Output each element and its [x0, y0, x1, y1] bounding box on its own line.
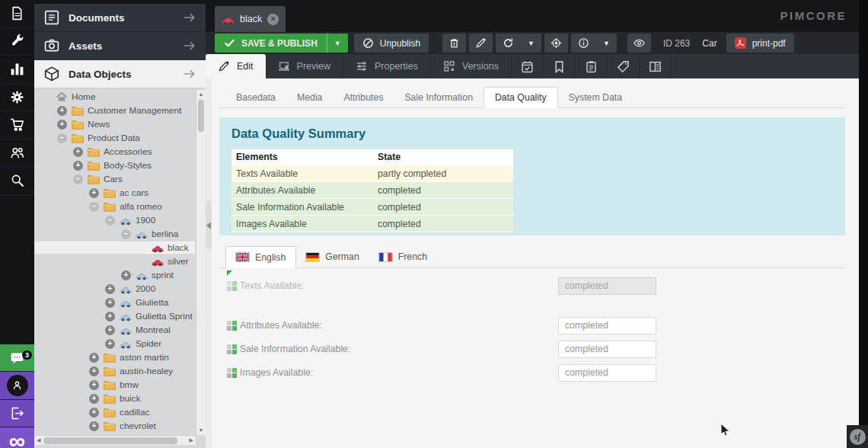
collapse-tree-icon[interactable] — [206, 222, 211, 229]
notifications-button[interactable]: 3 — [0, 344, 34, 373]
collapse-icon[interactable]: − — [89, 202, 99, 212]
reports-nav-icon[interactable] — [0, 56, 34, 84]
language-tab-german[interactable]: German — [296, 246, 369, 267]
columns-button[interactable] — [640, 54, 672, 78]
reload-options-caret[interactable]: ▼ — [521, 34, 541, 53]
tree-item-1900[interactable]: −1900 — [34, 213, 196, 227]
tree-item-giulietta[interactable]: +Giulietta — [34, 296, 196, 309]
expand-icon[interactable]: + — [89, 394, 99, 404]
arrow-right-icon[interactable] — [183, 69, 196, 79]
settings-nav-icon[interactable] — [0, 84, 34, 112]
tab-properties[interactable]: Properties — [343, 54, 431, 78]
tree-item-spider[interactable]: +Spider — [34, 337, 196, 350]
collapse-icon[interactable]: − — [73, 174, 83, 184]
tree-item-product-data[interactable]: −Product Data — [34, 131, 196, 145]
tree-item-black[interactable]: black — [34, 241, 196, 254]
arrow-right-icon[interactable] — [183, 12, 196, 23]
scroll-left-icon[interactable]: ◀ — [37, 436, 40, 445]
tree-item-gulietta-sprint-specia[interactable]: +Gulietta Sprint Specia — [34, 309, 196, 323]
expand-icon[interactable]: + — [89, 353, 99, 363]
tree-item-berlina[interactable]: −berlina — [34, 227, 196, 241]
scroll-down-icon[interactable]: ▼ — [196, 426, 206, 435]
tree-item-body-styles[interactable]: +Body-Styles — [34, 158, 196, 172]
search-nav-icon[interactable] — [0, 167, 34, 195]
open-preview-button[interactable] — [627, 34, 651, 53]
pimcore-brand-button[interactable]: ∞ — [0, 427, 34, 448]
info-options-caret[interactable]: ▼ — [596, 34, 617, 53]
scroll-up-icon[interactable]: ▲ — [196, 90, 206, 99]
accordion-data-objects[interactable]: Data Objects — [34, 60, 206, 88]
expand-icon[interactable]: + — [121, 270, 131, 280]
users-nav-icon[interactable] — [0, 139, 34, 168]
tree-item-accessories[interactable]: +Accessories — [34, 145, 196, 158]
tab-system-data[interactable]: System Data — [558, 87, 633, 107]
info-button[interactable]: ▼ — [571, 34, 617, 53]
horizontal-scroll-thumb[interactable] — [43, 437, 177, 444]
tree-item-austin-healey[interactable]: +austin-healey — [34, 364, 196, 378]
tree-item-chevrolet[interactable]: +chevrolet — [34, 419, 196, 433]
expand-icon[interactable]: + — [105, 325, 115, 335]
language-tab-english[interactable]: English — [225, 246, 296, 268]
field-value-input[interactable]: completed — [558, 317, 656, 334]
expand-icon[interactable]: + — [105, 284, 115, 294]
profile-button[interactable] — [0, 372, 34, 400]
tab-preview[interactable]: Preview — [266, 54, 343, 78]
expand-icon[interactable]: + — [89, 366, 99, 376]
tab-versions[interactable]: Versions — [431, 54, 512, 78]
save-options-caret[interactable]: ▼ — [327, 34, 348, 53]
tab-basedata[interactable]: Basedata — [225, 87, 286, 107]
expand-icon[interactable]: + — [57, 120, 67, 130]
language-tab-french[interactable]: French — [369, 246, 437, 267]
calendar-button[interactable] — [512, 54, 544, 78]
save-publish-button[interactable]: SAVE & PUBLISH ▼ — [215, 34, 348, 53]
tab-data-quality[interactable]: Data Quality — [483, 87, 558, 108]
tree-item-cadillac[interactable]: +cadillac — [34, 405, 196, 419]
logout-button[interactable] — [0, 400, 34, 428]
close-tab-icon[interactable]: ✕ — [267, 14, 279, 25]
field-value-input[interactable]: completed — [558, 364, 656, 382]
vertical-scroll-thumb[interactable] — [198, 100, 204, 132]
tools-nav-icon[interactable] — [0, 28, 34, 56]
expand-icon[interactable]: + — [89, 421, 99, 431]
ecommerce-nav-icon[interactable] — [0, 111, 34, 139]
expand-icon[interactable]: + — [89, 188, 99, 198]
expand-icon[interactable]: + — [73, 161, 83, 171]
arrow-right-icon[interactable] — [183, 40, 196, 51]
expand-icon[interactable]: + — [105, 298, 115, 308]
collapse-icon[interactable]: − — [121, 229, 131, 239]
reload-button[interactable]: ▼ — [496, 34, 541, 53]
rename-button[interactable] — [469, 34, 493, 53]
field-value-input[interactable]: completed — [558, 341, 656, 358]
tab-media[interactable]: Media — [286, 87, 333, 107]
symfony-debug-toolbar[interactable]: sf — [847, 425, 868, 448]
expand-icon[interactable]: + — [89, 380, 99, 390]
tree-item-news[interactable]: +News — [34, 117, 196, 131]
accordion-documents[interactable]: Documents — [34, 4, 206, 32]
tree-item-silver[interactable]: silver — [34, 254, 196, 268]
tree-item-home[interactable]: Home — [34, 90, 196, 104]
tree-item-2000[interactable]: +2000 — [34, 282, 196, 296]
unpublish-button[interactable]: Unpublish — [354, 34, 429, 53]
tree-item-sprint[interactable]: +sprint — [34, 268, 196, 282]
panel-splitter[interactable] — [206, 78, 212, 448]
tree-item-customer-management[interactable]: +Customer Management — [34, 104, 196, 117]
tree-item-ac-cars[interactable]: +ac cars — [34, 186, 196, 200]
tree-item-bmw[interactable]: +bmw — [34, 378, 196, 392]
scroll-right-icon[interactable]: ▶ — [190, 436, 193, 445]
bookmark-button[interactable] — [544, 54, 576, 78]
tree-item-buick[interactable]: +buick — [34, 392, 196, 405]
tree-item-cars[interactable]: −Cars — [34, 172, 196, 186]
accordion-assets[interactable]: Assets — [34, 32, 206, 60]
expand-icon[interactable]: + — [105, 339, 115, 349]
tab-edit[interactable]: Edit — [206, 54, 266, 78]
tree-vertical-scrollbar[interactable]: ▲ ▼ — [196, 90, 206, 435]
tag-button[interactable] — [608, 54, 640, 78]
documents-nav-icon[interactable] — [0, 0, 34, 28]
expand-icon[interactable]: + — [57, 106, 67, 116]
tree-item-alfa-romeo[interactable]: −alfa romeo — [34, 200, 196, 213]
print-pdf-button[interactable]: print-pdf — [726, 34, 794, 53]
locate-in-tree-button[interactable] — [544, 34, 568, 53]
expand-icon[interactable]: + — [89, 408, 99, 418]
delete-button[interactable] — [442, 34, 466, 53]
tree-item-montreal[interactable]: +Montreal — [34, 323, 196, 337]
